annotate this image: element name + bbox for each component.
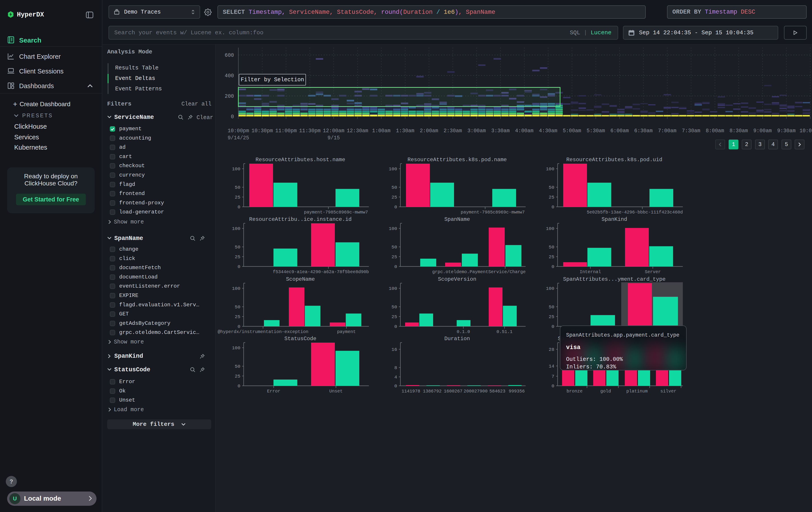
svg-text:1386792: 1386792 [423,389,441,394]
svg-text:ResourceAttributes.k8s.pod.nam: ResourceAttributes.k8s.pod.name [408,157,507,163]
svg-text:0: 0 [237,324,240,329]
svg-text:100: 100 [389,226,397,231]
svg-text:200: 200 [225,93,234,99]
svg-text:7: 7 [551,374,554,379]
svg-text:50: 50 [392,185,397,190]
svg-text:0: 0 [394,383,397,389]
svg-text:SpanAttributes...yment.card_ty: SpanAttributes...yment.card_type [563,276,666,282]
svg-text:0: 0 [551,324,554,329]
svg-text:Server: Server [645,269,661,274]
svg-text:8:00am: 8:00am [706,128,724,134]
svg-text:SpanKind: SpanKind [602,216,627,222]
svg-text:50: 50 [549,185,554,190]
svg-text:1:30am: 1:30am [396,128,414,134]
svg-text:ResourceAttribu..ice.instance.: ResourceAttribu..ice.instance.id [249,216,352,222]
svg-text:1600267: 1600267 [444,389,462,394]
svg-text:ScopeVersion: ScopeVersion [438,276,476,282]
svg-text:50: 50 [235,304,240,309]
svg-text:ScopeName: ScopeName [286,276,315,282]
svg-text:584623: 584623 [489,389,505,394]
svg-text:50: 50 [235,185,240,190]
svg-text:11:30pm: 11:30pm [299,128,321,134]
svg-text:0: 0 [394,205,397,210]
svg-text:25: 25 [235,195,240,200]
svg-text:25: 25 [392,195,397,200]
svg-text:0: 0 [237,264,240,269]
svg-text:10:00pm: 10:00pm [228,128,249,134]
svg-text:50: 50 [549,304,554,309]
svg-text:Error: Error [267,389,280,394]
svg-text:6:30am: 6:30am [634,128,652,134]
svg-text:silver: silver [660,389,676,394]
svg-text:StatusCode: StatusCode [284,336,316,342]
svg-text:25: 25 [235,254,240,260]
svg-text:grpc.oteldemo.PaymentService/C: grpc.oteldemo.PaymentService/Charge [432,269,526,274]
svg-text:50: 50 [392,245,397,250]
svg-text:Unset: Unset [329,389,343,394]
svg-text:25: 25 [549,314,554,319]
svg-text:payment-7985c8969c-mwmw7: payment-7985c8969c-mwmw7 [461,210,525,215]
svg-text:4:00am: 4:00am [515,128,533,134]
svg-text:2:00am: 2:00am [420,128,438,134]
svg-text:7:00am: 7:00am [658,128,676,134]
svg-text:100: 100 [232,286,240,291]
svg-text:0: 0 [237,205,240,210]
svg-text:100: 100 [546,166,554,172]
svg-text:12:00am: 12:00am [323,128,344,134]
svg-text:ResourceAttributes.host.name: ResourceAttributes.host.name [256,157,345,163]
svg-text:10:30pm: 10:30pm [252,128,273,134]
svg-text:8: 8 [394,365,397,371]
svg-text:0: 0 [394,264,397,269]
svg-text:100: 100 [389,166,397,172]
svg-text:25: 25 [549,195,554,200]
svg-text:100: 100 [232,346,240,351]
svg-text:platinum: platinum [626,389,648,394]
svg-text:100: 100 [546,226,554,231]
svg-text:11:00pm: 11:00pm [275,128,297,134]
svg-text:2:30am: 2:30am [443,128,462,134]
svg-text:9:00am: 9:00am [753,128,772,134]
svg-text:100: 100 [232,166,240,172]
svg-text:8:30am: 8:30am [729,128,748,134]
svg-text:payment: payment [337,329,356,334]
svg-text:9/14/25: 9/14/25 [228,135,249,141]
svg-text:9/15: 9/15 [327,135,340,141]
svg-text:Internal: Internal [580,269,601,274]
svg-text:100: 100 [232,226,240,231]
svg-text:4:30am: 4:30am [539,128,557,134]
svg-text:400: 400 [225,73,234,79]
svg-text:5e02b5fb-13ae-4296-bbbc-111f42: 5e02b5fb-13ae-4296-bbbc-111f423c460d [587,210,683,215]
svg-text:gold: gold [600,389,611,394]
svg-text:5:00am: 5:00am [563,128,581,134]
svg-text:0: 0 [551,205,554,210]
svg-text:4: 4 [394,375,397,380]
svg-text:ResourceAttributes.k8s.pod.uid: ResourceAttributes.k8s.pod.uid [566,157,662,163]
svg-text:999356: 999356 [509,389,525,394]
svg-text:0: 0 [551,383,554,389]
svg-text:25: 25 [549,254,554,260]
svg-text:7:30am: 7:30am [682,128,700,134]
svg-text:28: 28 [549,347,554,352]
svg-text:1:00am: 1:00am [372,128,391,134]
svg-text:3:00am: 3:00am [467,128,486,134]
svg-text:SpanName: SpanName [444,216,470,222]
svg-text:payment-7985c8969c-mwmw7: payment-7985c8969c-mwmw7 [304,210,368,215]
svg-text:0: 0 [231,114,234,120]
svg-text:@hyperdx/instrumentation-excep: @hyperdx/instrumentation-exception [218,329,309,334]
svg-text:25: 25 [392,314,397,319]
svg-text:5:30am: 5:30am [586,128,605,134]
svg-text:100: 100 [546,286,554,291]
svg-text:50: 50 [392,304,397,309]
svg-text:200027900: 200027900 [464,389,488,394]
svg-text:0: 0 [237,383,240,389]
svg-text:0.51.1: 0.51.1 [496,329,513,334]
svg-text:25: 25 [392,254,397,260]
svg-text:25: 25 [235,314,240,319]
svg-text:9:30am: 9:30am [777,128,795,134]
svg-text:12:30am: 12:30am [347,128,368,134]
svg-text:1141978: 1141978 [402,389,420,394]
svg-text:10:00am: 10:00am [800,128,812,134]
svg-text:0.1.0: 0.1.0 [457,329,470,334]
svg-text:f5344ec9-a1ea-4290-a62a-78f5be: f5344ec9-a1ea-4290-a62a-78f5bee8d90b [273,269,369,274]
svg-text:16: 16 [392,347,397,352]
